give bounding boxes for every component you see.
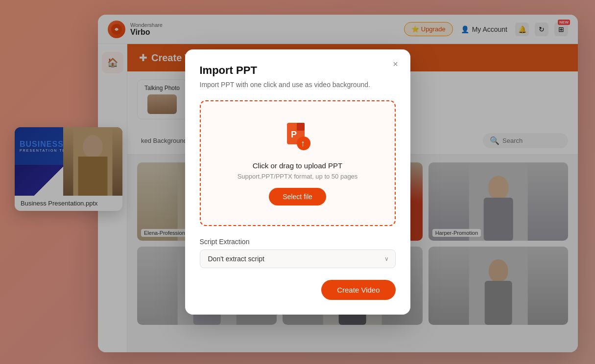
modal-close-button[interactable]: ×	[389, 57, 403, 71]
upload-hint: Support.PPT/PPTX format, up to 50 pages	[211, 173, 385, 180]
select-file-button[interactable]: Select file	[269, 188, 326, 205]
svg-text:P: P	[291, 130, 297, 139]
script-extraction-label: Script Extraction	[200, 238, 396, 246]
ppt-upload-icon: P ↑	[211, 121, 385, 156]
upload-area[interactable]: P ↑ Click or drag to upload PPT Support.…	[200, 100, 396, 226]
import-ppt-modal: × Import PPT Import PPT with one click a…	[185, 49, 410, 315]
modal-subtitle: Import PPT with one click and use as vid…	[200, 81, 396, 89]
create-video-button[interactable]: Create Video	[321, 280, 395, 300]
svg-text:↑: ↑	[301, 138, 305, 148]
script-select[interactable]: Don't extract script	[200, 250, 396, 268]
modal-title: Import PPT	[200, 64, 396, 77]
script-select-wrapper: Don't extract script	[200, 250, 396, 268]
svg-rect-25	[297, 123, 305, 131]
upload-title: Click or drag to upload PPT	[211, 161, 385, 170]
modal-footer: Create Video	[200, 280, 396, 300]
modal-overlay: × Import PPT Import PPT with one click a…	[0, 0, 595, 364]
script-section: Script Extraction Don't extract script	[200, 238, 396, 268]
